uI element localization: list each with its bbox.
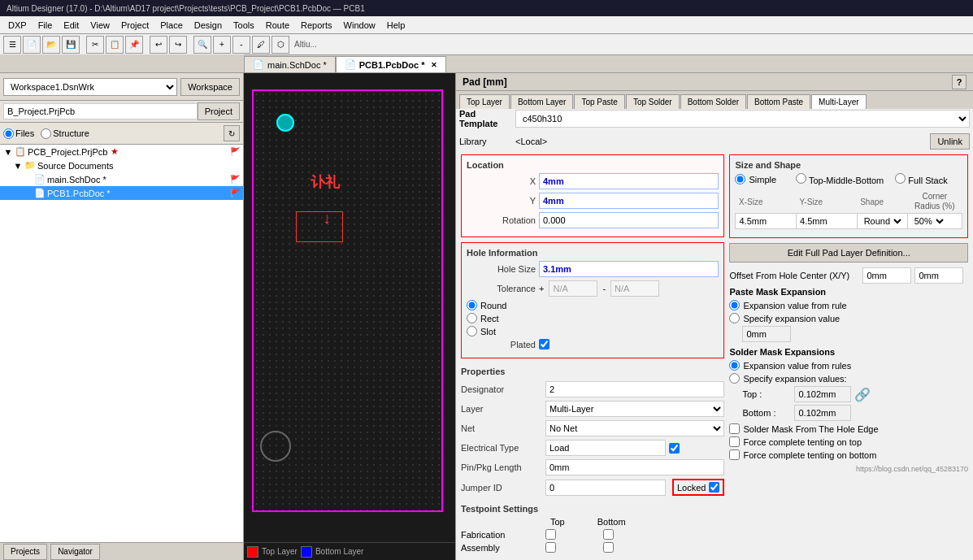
menu-reports[interactable]: Reports: [296, 19, 337, 32]
x-input[interactable]: [539, 173, 719, 189]
unlink-button[interactable]: Unlink: [930, 133, 970, 150]
offset-x-input[interactable]: [862, 267, 911, 284]
radio-rect[interactable]: [467, 313, 477, 323]
offset-y-input[interactable]: [914, 267, 963, 284]
paste-radio-2[interactable]: [729, 313, 740, 323]
pcb-canvas[interactable]: 讣礼 ↓ 锁定位置 Top Layer Bottom Layer: [244, 73, 455, 560]
elec-type-input[interactable]: [545, 440, 666, 456]
toolbar-btn-redo[interactable]: ↪: [169, 36, 187, 54]
radio-structure[interactable]: [41, 128, 51, 139]
toolbar-btn-9[interactable]: +: [213, 36, 231, 54]
layer-tab-top[interactable]: Top Layer: [459, 94, 510, 109]
toolbar-btn-3[interactable]: 📂: [42, 36, 60, 54]
toolbar-btn-5[interactable]: ✂: [86, 36, 104, 54]
y-input[interactable]: [539, 193, 719, 209]
toolbar-btn-11[interactable]: 🖊: [252, 36, 270, 54]
radio-simple[interactable]: [735, 174, 745, 184]
layer-tab-multi[interactable]: Multi-Layer: [811, 94, 866, 109]
menu-edit[interactable]: Edit: [59, 19, 84, 32]
tab-pcb[interactable]: 📄 PCB1.PcbDoc * ✕: [336, 56, 447, 72]
x-size-value[interactable]: [736, 214, 797, 229]
radio-round[interactable]: [467, 300, 477, 310]
projects-tab[interactable]: Projects: [3, 544, 47, 560]
layer-tab-top-solder[interactable]: Top Solder: [626, 94, 680, 109]
tol-minus-input[interactable]: [610, 280, 659, 297]
fabrication-bottom-checkbox[interactable]: [603, 529, 614, 540]
solder-top-input[interactable]: [794, 386, 851, 402]
help-button[interactable]: ?: [952, 75, 966, 89]
assembly-top-checkbox[interactable]: [545, 542, 556, 553]
menu-file[interactable]: File: [33, 19, 58, 32]
solder-bottom-input[interactable]: [794, 405, 851, 421]
paste-radio-1[interactable]: [729, 300, 740, 310]
solder-radio-2[interactable]: [729, 373, 740, 384]
fabrication-top-checkbox[interactable]: [545, 529, 556, 540]
net-dropdown[interactable]: No Net: [545, 420, 724, 436]
radio-full-stack[interactable]: [895, 173, 906, 184]
tree-item-pcb[interactable]: 📄 PCB1.PcbDoc * 🚩: [0, 186, 243, 200]
layer-tab-bottom[interactable]: Bottom Layer: [510, 94, 573, 109]
force-bottom-checkbox[interactable]: [729, 449, 740, 460]
template-dropdown[interactable]: c450h310: [515, 110, 970, 128]
y-size-value[interactable]: [797, 214, 858, 229]
toolbar-btn-6[interactable]: 📋: [106, 36, 124, 54]
jumper-id-input[interactable]: [545, 480, 666, 496]
toolbar-btn-1[interactable]: ☰: [3, 36, 21, 54]
menu-project[interactable]: Project: [116, 19, 154, 32]
corner-radius-dropdown[interactable]: 50%: [911, 215, 946, 227]
from-hole-edge-checkbox[interactable]: [729, 423, 740, 434]
source-expand-icon[interactable]: ▼: [13, 161, 23, 171]
toolbar-btn-4[interactable]: 💾: [62, 36, 80, 54]
shape-dropdown[interactable]: Round: [861, 215, 904, 227]
menu-help[interactable]: Help: [382, 19, 410, 32]
menu-view[interactable]: View: [85, 19, 115, 32]
refresh-button[interactable]: ↻: [224, 125, 240, 141]
workspace-dropdown[interactable]: Workspace1.DsnWrk: [3, 78, 177, 96]
layer-tab-bottom-paste[interactable]: Bottom Paste: [747, 94, 810, 109]
toolbar-btn-10[interactable]: -: [232, 36, 250, 54]
workspace-button[interactable]: Workspace: [180, 78, 240, 96]
toolbar-btn-12[interactable]: ⬡: [271, 36, 289, 54]
tree-item-project[interactable]: ▼ 📋 PCB_Project.PrjPcb ★ 🚩: [0, 145, 243, 158]
radio-top-middle-bottom[interactable]: [796, 173, 806, 184]
x-size-input[interactable]: [739, 216, 793, 226]
tree-item-schematic[interactable]: 📄 main.SchDoc * 🚩: [0, 172, 243, 186]
expand-icon[interactable]: ▼: [3, 147, 13, 157]
toolbar-btn-2[interactable]: 📄: [23, 36, 41, 54]
toolbar-btn-8[interactable]: 🔍: [193, 36, 211, 54]
navigator-tab[interactable]: Navigator: [50, 544, 100, 560]
menu-design[interactable]: Design: [189, 19, 227, 32]
designator-input[interactable]: [545, 381, 724, 397]
radio-files[interactable]: [3, 128, 14, 139]
tree-item-source-docs[interactable]: ▼ 📁 Source Documents: [0, 158, 243, 172]
menu-dxp[interactable]: DXP: [3, 19, 32, 32]
solder-radio-1[interactable]: [729, 360, 740, 371]
y-size-input[interactable]: [800, 216, 854, 226]
tab-schematic[interactable]: 📄 main.SchDoc *: [244, 56, 336, 72]
toolbar-btn-undo[interactable]: ↩: [150, 36, 167, 54]
radio-slot[interactable]: [467, 326, 477, 336]
layer-tab-top-paste[interactable]: Top Paste: [574, 94, 624, 109]
menu-window[interactable]: Window: [339, 19, 380, 32]
menu-route[interactable]: Route: [261, 19, 294, 32]
hole-size-input[interactable]: [539, 261, 719, 277]
force-top-checkbox[interactable]: [729, 436, 740, 447]
paste-exp-value[interactable]: [742, 326, 791, 342]
radio-structure-label[interactable]: Structure: [41, 128, 89, 139]
rotation-input[interactable]: [539, 212, 719, 228]
assembly-bottom-checkbox[interactable]: [603, 542, 614, 553]
elec-type-checkbox[interactable]: [669, 443, 680, 454]
tol-plus-input[interactable]: [549, 280, 597, 297]
locked-checkbox[interactable]: [709, 482, 719, 493]
layer-dropdown[interactable]: Multi-Layer: [545, 401, 724, 417]
toolbar-btn-7[interactable]: 📌: [125, 36, 143, 54]
menu-tools[interactable]: Tools: [228, 19, 259, 32]
tab-close-icon[interactable]: ✕: [431, 61, 437, 69]
project-button[interactable]: Project: [198, 102, 240, 120]
layer-tab-bottom-solder[interactable]: Bottom Solder: [680, 94, 746, 109]
pin-pkg-input[interactable]: [545, 459, 724, 475]
radio-files-label[interactable]: Files: [3, 128, 34, 139]
project-name-input[interactable]: B_Project.PrjPcb: [3, 103, 198, 119]
edit-full-pad-button[interactable]: Edit Full Pad Layer Definition...: [729, 243, 968, 263]
plated-checkbox[interactable]: [539, 339, 549, 349]
